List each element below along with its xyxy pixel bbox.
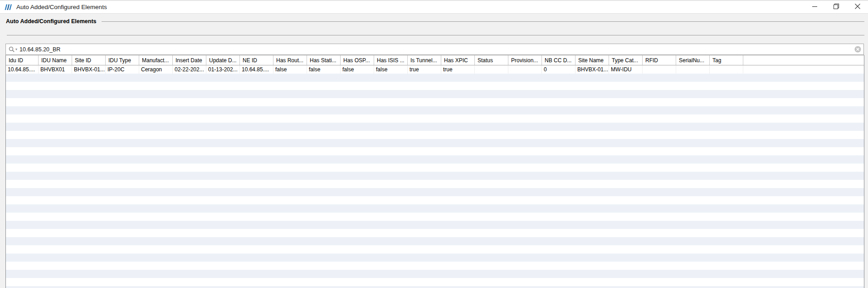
content-area: Auto Added/Configured Elements ▾ Idu IDI… — [0, 15, 868, 288]
cell-site-name: BHVBX-01... — [575, 65, 609, 74]
column-header-has-stati[interactable]: Has Stati... — [307, 55, 341, 65]
minimize-icon — [812, 3, 818, 11]
content-separator-rule — [7, 35, 864, 35]
column-header-status[interactable]: Status — [475, 55, 508, 65]
search-options-caret-icon[interactable]: ▾ — [15, 47, 17, 51]
restore-icon — [833, 3, 839, 11]
table-body: 10.64.85....BHVBX01BHVBX-01...IP-20CCera… — [6, 65, 864, 288]
cell-idu-type: IP-20C — [106, 65, 139, 74]
restore-button[interactable] — [825, 1, 847, 13]
cell-ne-id: 10.64.85.... — [240, 65, 273, 74]
window-title: Auto Added/Configured Elements — [16, 4, 107, 10]
window-controls — [804, 1, 868, 13]
search-box[interactable]: ▾ — [5, 44, 864, 55]
cell-manufact: Ceragon — [139, 65, 173, 74]
column-header-insert-date[interactable]: Insert Date — [173, 55, 206, 65]
column-header-has-rout[interactable]: Has Rout... — [273, 55, 307, 65]
cell-rfid — [643, 65, 676, 74]
cell-update-d: 01-13-202... — [206, 65, 240, 74]
search-input[interactable] — [20, 44, 852, 55]
column-header-nb-cc-d[interactable]: NB CC D... — [542, 55, 575, 65]
column-header-provision[interactable]: Provision... — [508, 55, 542, 65]
search-icon[interactable]: ▾ — [9, 46, 17, 53]
clear-search-icon[interactable] — [854, 46, 861, 53]
column-header-ne-id[interactable]: NE ID — [240, 55, 273, 65]
title-bar: Auto Added/Configured Elements — [0, 0, 868, 14]
cell-has-stati: false — [307, 65, 341, 74]
cell-status — [475, 65, 508, 74]
cell-site-id: BHVBX-01... — [72, 65, 106, 74]
column-header-has-xpic[interactable]: Has XPIC — [441, 55, 475, 65]
column-header-rfid[interactable]: RFID — [643, 55, 676, 65]
cell-insert-date: 02-22-202... — [173, 65, 206, 74]
cell-tag — [710, 65, 743, 74]
cell-has-isis: false — [374, 65, 408, 74]
table-row[interactable]: 10.64.85....BHVBX01BHVBX-01...IP-20CCera… — [6, 65, 864, 74]
section-header: Auto Added/Configured Elements — [6, 18, 864, 25]
cell-serialnu — [676, 65, 710, 74]
cell-idu-id: 10.64.85.... — [6, 65, 39, 74]
column-header-serialnu[interactable]: SerialNu... — [676, 55, 710, 65]
column-header-manufact[interactable]: Manufact... — [139, 55, 173, 65]
column-header-site-name[interactable]: Site Name — [575, 55, 609, 65]
column-header-is-tunnel[interactable]: Is Tunnel... — [408, 55, 441, 65]
cell-type-cat: MW-IDU — [609, 65, 643, 74]
column-header-type-cat[interactable]: Type Cat... — [609, 55, 643, 65]
cell-has-rout: false — [273, 65, 307, 74]
minimize-button[interactable] — [804, 1, 825, 13]
column-header-site-id[interactable]: Site ID — [72, 55, 106, 65]
cell-filler — [743, 65, 864, 74]
column-header-has-osp[interactable]: Has OSP... — [341, 55, 374, 65]
column-header-idu-type[interactable]: IDU Type — [106, 55, 139, 65]
column-header-tag[interactable]: Tag — [710, 55, 743, 65]
cell-is-tunnel: true — [408, 65, 441, 74]
app-logo-icon — [4, 4, 12, 10]
column-header-idu-id[interactable]: Idu ID — [6, 55, 39, 65]
close-button[interactable] — [847, 1, 868, 13]
elements-table: Idu IDIDU NameSite IDIDU TypeManufact...… — [5, 55, 864, 288]
section-title-rule — [102, 21, 864, 22]
column-header-filler — [743, 55, 864, 65]
column-header-update-d[interactable]: Update D... — [206, 55, 240, 65]
cell-provision — [508, 65, 542, 74]
column-header-idu-name[interactable]: IDU Name — [39, 55, 72, 65]
table-header-row: Idu IDIDU NameSite IDIDU TypeManufact...… — [6, 55, 864, 65]
close-icon — [854, 3, 861, 11]
column-header-has-isis[interactable]: Has ISIS ... — [374, 55, 408, 65]
cell-idu-name: BHVBX01 — [39, 65, 72, 74]
cell-has-xpic: true — [441, 65, 475, 74]
empty-rows-area — [6, 74, 864, 288]
section-title: Auto Added/Configured Elements — [6, 18, 97, 25]
cell-nb-cc-d: 0 — [542, 65, 575, 74]
cell-has-osp: false — [341, 65, 374, 74]
